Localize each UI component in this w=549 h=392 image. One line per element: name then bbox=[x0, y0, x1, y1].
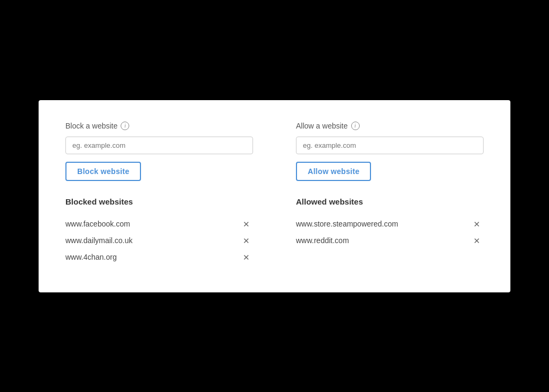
blocked-url-3: www.4chan.org bbox=[65, 253, 117, 261]
block-info-icon[interactable]: i bbox=[121, 122, 129, 130]
allow-divider bbox=[296, 181, 484, 197]
allow-column: Allow a website i Allow website Allowed … bbox=[296, 122, 484, 266]
blocked-website-list: www.facebook.com ✕ www.dailymail.co.uk ✕… bbox=[65, 216, 253, 266]
remove-blocked-1-button[interactable]: ✕ bbox=[240, 219, 253, 229]
remove-blocked-3-button[interactable]: ✕ bbox=[240, 252, 253, 262]
block-website-button[interactable]: Block website bbox=[65, 162, 141, 181]
allow-url-input[interactable] bbox=[296, 137, 484, 154]
allowed-url-1: www.store.steampowered.com bbox=[296, 220, 398, 228]
blocked-url-2: www.dailymail.co.uk bbox=[65, 236, 132, 245]
list-item: www.dailymail.co.uk ✕ bbox=[65, 232, 253, 249]
list-item: www.reddit.com ✕ bbox=[296, 232, 484, 249]
allow-section-title: Allow a website bbox=[296, 122, 348, 130]
remove-allowed-1-button[interactable]: ✕ bbox=[470, 219, 484, 229]
list-item: www.4chan.org ✕ bbox=[65, 249, 253, 266]
list-item: www.facebook.com ✕ bbox=[65, 216, 253, 232]
remove-allowed-2-button[interactable]: ✕ bbox=[470, 236, 484, 246]
block-column: Block a website i Block website Blocked … bbox=[65, 122, 253, 266]
block-section-header: Block a website i bbox=[65, 122, 253, 130]
list-item: www.store.steampowered.com ✕ bbox=[296, 216, 484, 232]
block-divider bbox=[65, 181, 253, 197]
block-url-input[interactable] bbox=[65, 137, 253, 154]
columns-container: Block a website i Block website Blocked … bbox=[65, 122, 484, 266]
blocked-list-heading: Blocked websites bbox=[65, 197, 253, 206]
blocked-url-1: www.facebook.com bbox=[65, 220, 130, 228]
main-card: Block a website i Block website Blocked … bbox=[39, 100, 510, 292]
allowed-list-heading: Allowed websites bbox=[296, 197, 484, 206]
allowed-website-list: www.store.steampowered.com ✕ www.reddit.… bbox=[296, 216, 484, 249]
remove-blocked-2-button[interactable]: ✕ bbox=[240, 236, 253, 246]
allow-info-icon[interactable]: i bbox=[351, 122, 360, 130]
allow-website-button[interactable]: Allow website bbox=[296, 162, 371, 181]
allowed-url-2: www.reddit.com bbox=[296, 236, 349, 245]
block-section-title: Block a website bbox=[65, 122, 117, 130]
allow-section-header: Allow a website i bbox=[296, 122, 484, 130]
